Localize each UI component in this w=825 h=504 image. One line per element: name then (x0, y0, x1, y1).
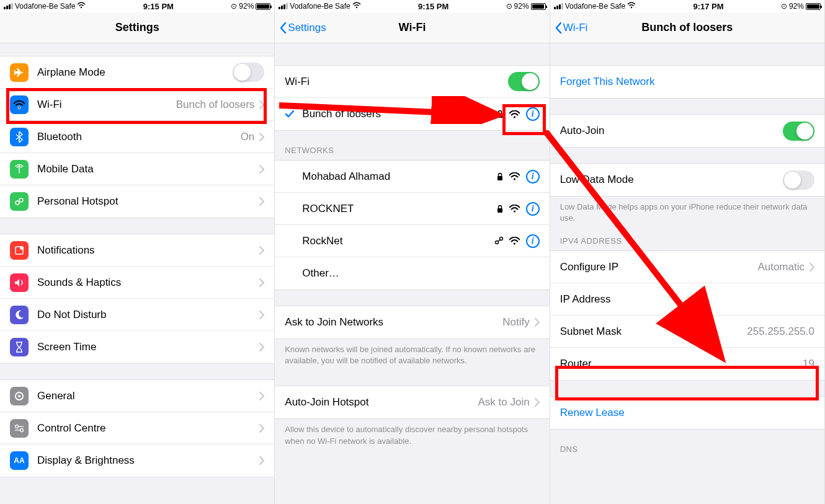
carrier-label: Vodafone-Be Safe (565, 2, 625, 11)
chevron-right-icon (259, 278, 264, 287)
network-row[interactable]: ROCKNET i (275, 193, 549, 225)
network-label: RockNet (285, 235, 494, 247)
networks-header: NETWORKS (275, 131, 549, 160)
gear-icon (10, 387, 29, 405)
info-button[interactable]: i (526, 202, 540, 216)
chevron-right-icon (259, 424, 264, 433)
notifications-icon (10, 241, 29, 260)
network-row[interactable]: Mohabad Alhamad i (275, 161, 549, 193)
back-label: Wi-Fi (563, 22, 588, 34)
moon-icon (10, 306, 29, 324)
row-value: 255.255.255.0 (747, 325, 814, 338)
row-label: Configure IP (560, 261, 758, 273)
hotspot-row[interactable]: Personal Hotspot (0, 185, 274, 218)
row-label: Auto-Join Hotspot (285, 396, 478, 409)
general-row[interactable]: General (0, 380, 274, 412)
chevron-right-icon (809, 263, 814, 272)
antenna-icon (10, 160, 29, 179)
row-label: Auto-Join (560, 125, 783, 137)
chevron-right-icon (259, 165, 264, 174)
dnd-row[interactable]: Do Not Disturb (0, 299, 274, 331)
airplane-icon (10, 63, 29, 82)
settings-panel: Vodafone-Be Safe 9:15 PM ⊙ 92% Settings … (0, 0, 275, 504)
chevron-right-icon (259, 456, 264, 465)
info-button[interactable]: i (526, 107, 540, 121)
notifications-row[interactable]: Notifications (0, 234, 274, 267)
status-bar: Vodafone-Be Safe 9:15 PM ⊙ 92% (275, 0, 549, 12)
info-button[interactable]: i (526, 234, 540, 248)
ask-footer: Known networks will be joined automatica… (275, 339, 549, 370)
row-value: 19 (803, 358, 814, 370)
clock-label: 9:15 PM (143, 2, 174, 11)
signal-icon (554, 3, 563, 9)
row-label: Do Not Disturb (37, 309, 254, 321)
screentime-row[interactable]: Screen Time (0, 331, 274, 363)
display-row[interactable]: AA Display & Brightness (0, 444, 274, 477)
back-button[interactable]: Settings (279, 22, 326, 34)
low-data-mode-row[interactable]: Low Data Mode (550, 164, 824, 196)
lock-icon (497, 205, 503, 213)
text-size-icon: AA (10, 451, 29, 470)
wifi-icon (77, 2, 86, 11)
chevron-right-icon (259, 311, 264, 319)
chevron-right-icon (535, 398, 540, 407)
ip-address-row: IP Address (550, 283, 824, 316)
auto-join-toggle[interactable] (783, 122, 814, 141)
battery-label: 92% (239, 2, 254, 11)
page-title: Bunch of loosers (641, 21, 733, 34)
chevron-right-icon (259, 343, 264, 351)
alarm-icon: ⊙ (781, 2, 787, 11)
nav-bar: Wi-Fi Bunch of loosers (550, 12, 824, 43)
mobile-data-row[interactable]: Mobile Data (0, 153, 274, 185)
wifi-strength-icon (509, 110, 520, 118)
wifi-icon (10, 95, 29, 114)
row-label: Notifications (37, 244, 254, 257)
forget-network-row[interactable]: Forget This Network (550, 66, 824, 98)
row-label: Wi-Fi (285, 76, 507, 88)
airplane-mode-row[interactable]: Airplane Mode (0, 56, 274, 89)
row-value: Ask to Join (478, 396, 530, 409)
chevron-right-icon (259, 246, 264, 255)
row-label: Subnet Mask (560, 325, 747, 338)
auto-join-hotspot-row[interactable]: Auto-Join Hotspot Ask to Join (275, 386, 549, 418)
network-row[interactable]: RockNet i (275, 225, 549, 257)
wifi-icon (352, 2, 361, 11)
configure-ip-row[interactable]: Configure IP Automatic (550, 251, 824, 283)
wifi-toggle[interactable] (508, 72, 540, 91)
page-title: Settings (115, 21, 159, 34)
connected-network-row[interactable]: Bunch of loosers i (275, 98, 549, 130)
row-label: Personal Hotspot (37, 195, 254, 208)
low-data-toggle[interactable] (783, 170, 814, 190)
alarm-icon: ⊙ (231, 2, 237, 11)
back-label: Settings (288, 22, 326, 34)
svg-point-9 (20, 246, 24, 250)
back-button[interactable]: Wi-Fi (554, 22, 588, 34)
hotspot-icon (10, 192, 29, 211)
row-label: Forget This Network (560, 76, 814, 88)
chevron-left-icon (554, 22, 562, 34)
ask-to-join-row[interactable]: Ask to Join Networks Notify (275, 306, 549, 338)
status-bar: Vodafone-Be Safe 9:15 PM ⊙ 92% (0, 0, 274, 12)
row-label: IP Address (560, 293, 814, 306)
wifi-icon (627, 2, 636, 11)
row-label: General (37, 390, 254, 402)
other-network-row[interactable]: Other… (275, 257, 549, 290)
bluetooth-value: On (241, 131, 255, 143)
renew-lease-row[interactable]: Renew Lease (550, 397, 824, 429)
auto-join-row[interactable]: Auto-Join (550, 115, 824, 147)
info-button[interactable]: i (526, 170, 540, 183)
row-label: Ask to Join Networks (285, 316, 502, 329)
hotspot-icon (495, 236, 503, 247)
wifi-master-row[interactable]: Wi-Fi (275, 66, 549, 98)
sounds-row[interactable]: Sounds & Haptics (0, 267, 274, 299)
control-centre-row[interactable]: Control Centre (0, 412, 274, 444)
airplane-toggle[interactable] (233, 63, 264, 82)
row-label: Screen Time (37, 341, 254, 353)
row-value: Automatic (757, 261, 805, 273)
bluetooth-icon (10, 128, 29, 146)
signal-icon (4, 3, 13, 9)
svg-point-11 (18, 395, 20, 397)
subnet-mask-row: Subnet Mask 255.255.255.0 (550, 316, 824, 348)
bluetooth-row[interactable]: Bluetooth On (0, 121, 274, 153)
wifi-row[interactable]: Wi-Fi Bunch of loosers (0, 89, 274, 121)
